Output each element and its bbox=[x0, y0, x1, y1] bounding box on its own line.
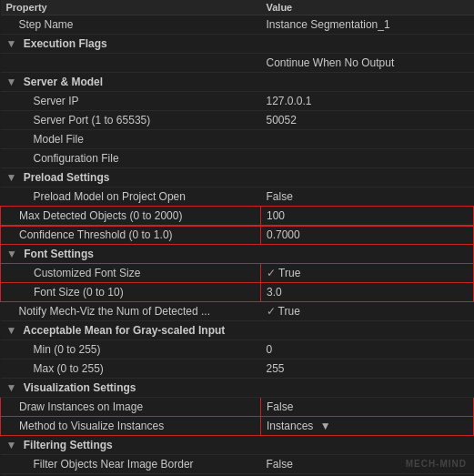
row-value: False bbox=[261, 398, 474, 417]
row-value: 0.7000 bbox=[261, 226, 474, 245]
row-label: Min (0 to 255) bbox=[1, 340, 261, 360]
arrow-icon: ▼ bbox=[6, 37, 17, 50]
arrow-icon: ▼ bbox=[6, 324, 17, 337]
table-row[interactable]: Continue When No Output bbox=[1, 54, 474, 73]
row-label: Step Name bbox=[1, 15, 261, 35]
row-value: False bbox=[261, 187, 474, 207]
checkmark-icon: ✓ bbox=[267, 267, 276, 279]
row-value: 50052 bbox=[261, 111, 474, 130]
section-label: Acceptable Mean for Gray-scaled Input bbox=[23, 324, 225, 337]
row-value: ✓ True bbox=[261, 264, 474, 283]
section-header-visualization: ▼ Visualization Settings bbox=[1, 379, 474, 398]
table-row[interactable]: Preload Model on Project Open False bbox=[1, 187, 474, 207]
table-row-visualize-method[interactable]: Method to Visualize Instances Instances … bbox=[1, 417, 474, 436]
row-value: 127.0.0.1 bbox=[261, 92, 474, 111]
section-label: Server & Model bbox=[24, 76, 103, 88]
table-row-max-detected[interactable]: Max Detected Objects (0 to 2000) 100 bbox=[1, 207, 474, 226]
properties-table: Property Value Step Name Instance Segmen… bbox=[0, 0, 474, 474]
table-row-font-size-value[interactable]: Font Size (0 to 10) 3.0 bbox=[1, 283, 474, 302]
arrow-icon: ▼ bbox=[6, 381, 17, 394]
row-label bbox=[1, 54, 261, 73]
row-value: 0 bbox=[261, 340, 474, 360]
row-label: Preload Model on Project Open bbox=[1, 187, 261, 207]
table-row-filter-border[interactable]: Filter Objects Near Image Border False bbox=[1, 455, 474, 474]
row-label: Server Port (1 to 65535) bbox=[1, 111, 261, 130]
row-label: Method to Visualize Instances bbox=[1, 417, 261, 436]
row-label: Confidence Threshold (0 to 1.0) bbox=[1, 226, 261, 245]
arrow-icon: ▼ bbox=[6, 171, 17, 184]
arrow-icon: ▼ bbox=[6, 248, 17, 260]
table-row[interactable]: Step Name Instance Segmentation_1 bbox=[1, 15, 474, 35]
section-header-font: ▼ Font Settings bbox=[1, 245, 474, 264]
row-label: Max Detected Objects (0 to 2000) bbox=[1, 207, 261, 226]
row-label: Font Size (0 to 10) bbox=[1, 283, 261, 302]
table-row-min[interactable]: Min (0 to 255) 0 bbox=[1, 340, 474, 360]
table-row-max[interactable]: Max (0 to 255) 255 bbox=[1, 360, 474, 379]
row-label: Server IP bbox=[1, 92, 261, 111]
dropdown-value: Instances bbox=[267, 420, 313, 432]
section-label: Font Settings bbox=[24, 248, 94, 260]
row-value: Instance Segmentation_1 bbox=[261, 15, 474, 35]
table-row-draw-instances[interactable]: Draw Instances on Image False bbox=[1, 398, 474, 417]
arrow-icon: ▼ bbox=[6, 439, 17, 451]
table-row[interactable]: Server IP 127.0.0.1 bbox=[1, 92, 474, 111]
dropdown-arrow-icon: ▼ bbox=[320, 420, 331, 432]
row-value[interactable]: Instances ▼ bbox=[261, 417, 474, 436]
table-header: Property Value bbox=[1, 0, 474, 15]
col-value-header: Value bbox=[261, 0, 474, 15]
watermark: MECH-MIND bbox=[406, 459, 467, 469]
section-label: Filtering Settings bbox=[24, 439, 113, 451]
row-label: Filter Objects Near Image Border bbox=[1, 455, 261, 474]
main-container: Property Value Step Name Instance Segmen… bbox=[0, 0, 474, 476]
col-property-header: Property bbox=[1, 0, 261, 15]
section-header-filtering: ▼ Filtering Settings bbox=[1, 436, 474, 455]
row-label: Customized Font Size bbox=[1, 264, 261, 283]
checkmark-icon: ✓ bbox=[267, 305, 276, 318]
table-row[interactable]: Model File bbox=[1, 130, 474, 149]
row-label: Configuration File bbox=[1, 149, 261, 168]
table-row-confidence[interactable]: Confidence Threshold (0 to 1.0) 0.7000 bbox=[1, 226, 474, 245]
table-row-notify[interactable]: Notify Mech-Viz the Num of Detected ... … bbox=[1, 302, 474, 321]
row-label: Notify Mech-Viz the Num of Detected ... bbox=[1, 302, 261, 321]
row-value: 255 bbox=[261, 360, 474, 379]
section-label: Visualization Settings bbox=[24, 381, 136, 394]
row-value: ✓ True bbox=[261, 302, 474, 321]
row-value bbox=[261, 149, 474, 168]
section-label: Preload Settings bbox=[24, 171, 110, 184]
section-label: Execution Flags bbox=[24, 37, 107, 50]
row-value: Continue When No Output bbox=[261, 54, 474, 73]
row-value bbox=[261, 130, 474, 149]
section-header-acceptable: ▼ Acceptable Mean for Gray-scaled Input bbox=[1, 321, 474, 340]
table-row-font-size[interactable]: Customized Font Size ✓ True bbox=[1, 264, 474, 283]
arrow-icon: ▼ bbox=[6, 76, 17, 88]
section-header-server-model: ▼ Server & Model bbox=[1, 73, 474, 92]
row-value: 100 bbox=[261, 207, 474, 226]
section-header-preload: ▼ Preload Settings bbox=[1, 168, 474, 187]
row-label: Max (0 to 255) bbox=[1, 360, 261, 379]
section-header-execution-flags: ▼ Execution Flags bbox=[1, 35, 474, 54]
row-value: 3.0 bbox=[261, 283, 474, 302]
table-row[interactable]: Configuration File bbox=[1, 149, 474, 168]
row-label: Draw Instances on Image bbox=[1, 398, 261, 417]
table-row[interactable]: Server Port (1 to 65535) 50052 bbox=[1, 111, 474, 130]
row-label: Model File bbox=[1, 130, 261, 149]
